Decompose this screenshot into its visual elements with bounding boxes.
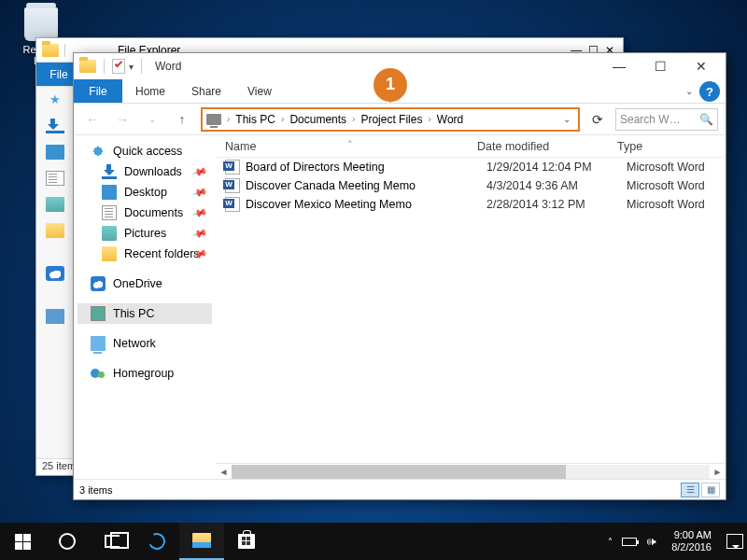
crumb-3[interactable]: Word [433, 113, 467, 126]
sidebar-item-documents[interactable]: Documents📌 [78, 203, 212, 223]
share-tab[interactable]: Share [178, 79, 234, 103]
file-tab[interactable]: File [74, 79, 122, 103]
sidebar-item-homegroup[interactable]: Homegroup [78, 363, 212, 384]
recycle-bin-icon [24, 7, 58, 41]
ico-pc2 [91, 306, 106, 321]
address-dropdown-icon[interactable]: ⌄ [557, 114, 576, 124]
battery-icon[interactable] [622, 538, 637, 546]
sidebar-item-network[interactable]: Network [78, 333, 212, 354]
task-view-icon [105, 535, 120, 548]
word-doc-icon [225, 178, 240, 193]
explorer-window: ▾ Word — ☐ ✕ File Home Share View ⌄ ? ← … [73, 52, 726, 500]
ico-desk [102, 185, 117, 200]
back-button[interactable]: ← [81, 108, 104, 131]
pin-icon: 📌 [191, 225, 209, 242]
ico-net [91, 336, 106, 351]
sidebar-item-this-pc[interactable]: This PC [78, 303, 212, 324]
sidebar-item-recent-folders[interactable]: Recent folders📌 [78, 244, 212, 264]
view-tab[interactable]: View [234, 79, 285, 103]
folder-icon [42, 44, 59, 57]
store-button[interactable] [224, 523, 269, 560]
col-date[interactable]: Date modified [477, 140, 617, 153]
sidebar-item-onedrive[interactable]: OneDrive [78, 273, 212, 294]
file-name: Discover Canada Meeting Memo [246, 179, 486, 192]
tray-overflow-icon[interactable]: ˄ [608, 537, 613, 547]
crumb-0[interactable]: This PC [232, 113, 279, 126]
file-list: Board of Directors Meeting1/29/2014 12:0… [216, 158, 726, 463]
window-title: Word [155, 60, 599, 73]
forward-button[interactable]: → [111, 108, 134, 131]
file-date: 4/3/2014 9:36 AM [486, 179, 627, 192]
file-type: Microsoft Word [627, 179, 726, 192]
sidebar: Quick access Downloads📌Desktop📌Documents… [74, 135, 216, 479]
history-dropdown-icon[interactable]: ⌄ [141, 108, 163, 131]
clock[interactable]: 9:00 AM 8/2/2016 [666, 529, 717, 553]
cortana-button[interactable] [45, 523, 90, 560]
status-bar: 3 items ☰ ▦ [74, 479, 726, 499]
search-input[interactable]: Search W… 🔍 [615, 108, 718, 131]
crumb-2[interactable]: Project Files [357, 113, 426, 126]
file-date: 1/29/2014 12:04 PM [486, 161, 627, 174]
file-name: Discover Mexico Meeting Memo [246, 198, 486, 211]
up-button[interactable]: ↑ [171, 108, 193, 131]
sidebar-item-pictures[interactable]: Pictures📌 [78, 223, 212, 244]
ico-home [91, 366, 106, 381]
quick-access-icon [91, 144, 106, 159]
status-text: 3 items [79, 484, 112, 496]
volume-icon[interactable]: 🕪 [646, 536, 656, 547]
file-row[interactable]: Discover Canada Meeting Memo4/3/2014 9:3… [216, 176, 726, 195]
taskbar: ˄ 🕪 9:00 AM 8/2/2016 [0, 523, 747, 560]
pin-icon: 📌 [191, 163, 209, 180]
file-name: Board of Directors Meeting [246, 161, 486, 174]
search-icon: 🔍 [699, 113, 713, 126]
word-doc-icon [225, 197, 240, 212]
refresh-button[interactable]: ⟳ [587, 112, 608, 127]
desktop: Recycle Bin File Explorer — ☐ ✕ File ★ 2… [0, 0, 747, 560]
close-button[interactable]: ✕ [681, 54, 722, 78]
column-headers: Name⌃ Date modified Type [216, 135, 726, 158]
system-tray: ˄ 🕪 9:00 AM 8/2/2016 [608, 523, 747, 560]
start-button[interactable] [0, 523, 45, 560]
minimize-button[interactable]: — [599, 54, 640, 78]
task-view-button[interactable] [90, 523, 134, 560]
action-center-icon[interactable] [726, 534, 743, 549]
pin-icon: 📌 [191, 204, 209, 221]
file-explorer-icon [192, 533, 211, 548]
file-row[interactable]: Discover Mexico Meeting Memo2/28/2014 3:… [216, 195, 726, 214]
callout-badge: 1 [374, 68, 407, 102]
ico-dl [102, 164, 117, 179]
home-tab[interactable]: Home [122, 79, 178, 103]
store-icon [238, 534, 255, 549]
ico-docs [102, 205, 117, 220]
file-date: 2/28/2014 3:12 PM [486, 198, 627, 211]
maximize-button[interactable]: ☐ [640, 54, 681, 78]
horizontal-scrollbar[interactable]: ◄► [216, 463, 726, 479]
nav-row: ← → ⌄ ↑ 1 › This PC › Documents › Projec… [74, 104, 726, 135]
pc-icon [206, 114, 221, 125]
crumb-1[interactable]: Documents [286, 113, 350, 126]
ico-pics [102, 226, 117, 241]
pin-icon: 📌 [191, 184, 209, 201]
thumbnails-view-button[interactable]: ▦ [701, 483, 720, 497]
sidebar-item-downloads[interactable]: Downloads📌 [78, 161, 212, 182]
details-view-button[interactable]: ☰ [681, 483, 699, 497]
col-type[interactable]: Type [617, 140, 726, 153]
edge-button[interactable] [134, 523, 179, 560]
file-row[interactable]: Board of Directors Meeting1/29/2014 12:0… [216, 158, 726, 176]
ribbon-chevron-icon[interactable]: ⌄ [681, 79, 698, 103]
edge-icon [146, 530, 167, 552]
sidebar-quick-access[interactable]: Quick access [78, 141, 212, 161]
breadcrumb[interactable]: 1 › This PC › Documents › Project Files … [201, 107, 580, 132]
ico-recent [102, 246, 117, 261]
sidebar-item-desktop[interactable]: Desktop📌 [78, 182, 212, 203]
sort-indicator-icon: ⌃ [346, 139, 354, 148]
file-pane: Name⌃ Date modified Type Board of Direct… [216, 135, 726, 479]
properties-icon[interactable] [112, 59, 125, 74]
ico-od [91, 276, 106, 291]
file-type: Microsoft Word [627, 198, 726, 211]
cortana-icon [59, 533, 76, 550]
col-name[interactable]: Name⌃ [216, 140, 477, 153]
help-icon[interactable]: ? [699, 81, 720, 102]
word-doc-icon [225, 160, 240, 175]
file-explorer-button[interactable] [179, 523, 224, 560]
